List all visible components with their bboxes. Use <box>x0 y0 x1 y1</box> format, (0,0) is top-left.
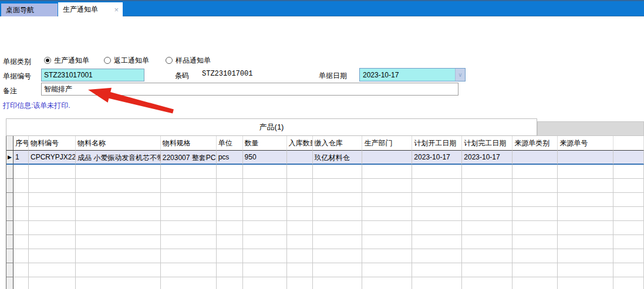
grid-cell[interactable] <box>287 179 313 193</box>
grid-cell[interactable] <box>161 193 217 207</box>
grid-cell[interactable] <box>558 193 613 207</box>
column-header[interactable]: 计划完工日期 <box>462 136 512 151</box>
grid-cell[interactable] <box>29 179 76 193</box>
grid-cell[interactable] <box>76 165 161 179</box>
grid-cell[interactable] <box>161 207 217 221</box>
grid-cell[interactable] <box>287 249 313 263</box>
row-indicator[interactable] <box>6 235 14 249</box>
column-header[interactable]: 入库数量 <box>287 136 313 151</box>
grid-cell[interactable] <box>217 221 243 235</box>
grid-cell[interactable] <box>362 207 412 221</box>
grid-cell[interactable]: 950 <box>243 151 287 165</box>
doc-date-input[interactable] <box>360 69 455 81</box>
grid-cell[interactable] <box>313 193 363 207</box>
grid-cell[interactable]: 成品 小爱振动发音机芯不带 <box>76 151 161 165</box>
grid-cell[interactable] <box>362 179 412 193</box>
grid-cell[interactable] <box>512 207 558 221</box>
grid-cell[interactable] <box>412 235 462 249</box>
grid-cell[interactable] <box>14 165 29 179</box>
grid-cell[interactable] <box>362 151 412 165</box>
grid-cell[interactable] <box>313 263 363 277</box>
tab-close-icon[interactable]: × <box>114 2 119 17</box>
grid-cell[interactable] <box>613 221 644 235</box>
grid-cell[interactable] <box>287 277 313 289</box>
grid-cell[interactable] <box>558 151 613 165</box>
grid-cell[interactable]: 2023-10-17 <box>412 151 462 165</box>
column-header[interactable]: 数量 <box>243 136 287 151</box>
column-header[interactable]: 物料名称 <box>76 136 161 151</box>
grid-cell[interactable] <box>558 179 613 193</box>
grid-cell[interactable] <box>613 207 644 221</box>
grid-cell[interactable] <box>217 249 243 263</box>
grid-cell[interactable] <box>243 165 287 179</box>
grid-cell[interactable] <box>313 221 363 235</box>
grid-cell[interactable] <box>29 207 76 221</box>
grid-cell[interactable] <box>287 263 313 277</box>
grid-cell[interactable] <box>362 235 412 249</box>
grid-cell[interactable] <box>558 263 613 277</box>
grid-cell[interactable] <box>558 165 613 179</box>
radio-sample-notice[interactable]: 样品通知单 <box>166 56 211 64</box>
grid-cell[interactable] <box>217 277 243 289</box>
grid-cell[interactable]: 2203007 整套PCB <box>161 151 217 165</box>
grid-cell[interactable] <box>217 179 243 193</box>
grid-cell[interactable] <box>243 207 287 221</box>
grid-cell[interactable] <box>14 207 29 221</box>
radio-production-notice[interactable]: 生产通知单 <box>44 56 89 64</box>
grid-cell[interactable] <box>462 249 512 263</box>
column-header[interactable]: 物料规格 <box>161 136 217 151</box>
product-tab[interactable]: 产品(1) <box>6 118 537 136</box>
grid-cell[interactable]: CPCRYPJX22 <box>29 151 76 165</box>
grid-cell[interactable] <box>287 221 313 235</box>
grid-cell[interactable] <box>412 165 462 179</box>
grid-cell[interactable] <box>462 263 512 277</box>
row-indicator[interactable]: ▶ <box>6 151 14 165</box>
grid-cell[interactable] <box>558 277 613 289</box>
grid-cell[interactable] <box>613 151 644 165</box>
grid-cell[interactable] <box>558 249 613 263</box>
grid-cell[interactable] <box>313 235 363 249</box>
grid-cell[interactable]: 2023-10-17 <box>462 151 512 165</box>
grid-cell[interactable] <box>558 235 613 249</box>
grid-cell[interactable] <box>14 263 29 277</box>
grid-cell[interactable]: pcs <box>217 151 243 165</box>
grid-cell[interactable] <box>512 235 558 249</box>
grid-cell[interactable] <box>512 193 558 207</box>
doc-date-combo[interactable]: ∨ <box>359 68 466 81</box>
grid-cell[interactable] <box>287 235 313 249</box>
grid-cell[interactable] <box>14 193 29 207</box>
row-indicator[interactable] <box>6 221 14 235</box>
row-indicator[interactable] <box>6 193 14 207</box>
grid-cell[interactable] <box>512 221 558 235</box>
grid-cell[interactable] <box>161 179 217 193</box>
row-indicator[interactable] <box>6 263 14 277</box>
grid-cell[interactable] <box>412 221 462 235</box>
tab-desktop-nav[interactable]: 桌面导航 <box>1 4 58 16</box>
grid-cell[interactable] <box>412 179 462 193</box>
grid-cell[interactable] <box>313 249 363 263</box>
grid-cell[interactable] <box>243 249 287 263</box>
grid-cell[interactable] <box>613 235 644 249</box>
grid-cell[interactable] <box>362 277 412 289</box>
grid-cell[interactable]: 1 <box>14 151 29 165</box>
grid-cell[interactable] <box>243 221 287 235</box>
grid-cell[interactable] <box>217 263 243 277</box>
doc-no-input[interactable] <box>41 69 144 81</box>
grid-cell[interactable] <box>29 249 76 263</box>
grid-cell[interactable] <box>613 277 644 289</box>
row-indicator[interactable] <box>6 277 14 289</box>
grid-cell[interactable] <box>362 221 412 235</box>
grid-cell[interactable] <box>217 235 243 249</box>
column-header[interactable]: 缴入仓库 <box>313 136 363 151</box>
remark-input[interactable] <box>41 83 458 96</box>
grid-cell[interactable] <box>243 277 287 289</box>
row-indicator[interactable] <box>6 179 14 193</box>
grid-cell[interactable] <box>512 179 558 193</box>
tab-production-notice[interactable]: × 生产通知单 <box>58 2 123 18</box>
grid-cell[interactable] <box>76 193 161 207</box>
grid-cell[interactable]: 玖亿材料仓 <box>313 151 363 165</box>
grid-cell[interactable] <box>613 165 644 179</box>
grid-cell[interactable] <box>362 249 412 263</box>
grid-cell[interactable] <box>243 263 287 277</box>
grid-cell[interactable] <box>161 221 217 235</box>
